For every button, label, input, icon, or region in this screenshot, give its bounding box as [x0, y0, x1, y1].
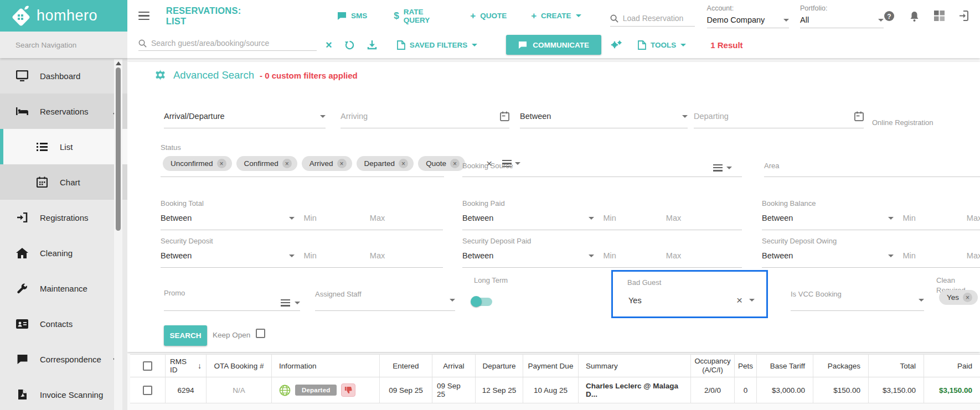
sidebar-search[interactable]: Search Navigation	[0, 32, 127, 58]
status-chip[interactable]: Departed×	[357, 156, 414, 171]
min-input[interactable]: Min	[303, 214, 316, 222]
column-information[interactable]: Information	[271, 355, 379, 377]
apps-grid-icon[interactable]	[934, 11, 945, 21]
settings-gears-icon[interactable]	[610, 39, 622, 50]
create-button[interactable]: + CREATE	[531, 11, 581, 22]
sidebar-item-maintenance[interactable]: Maintenance	[0, 271, 127, 306]
notifications-bell-icon[interactable]	[909, 11, 920, 22]
min-input[interactable]: Min	[603, 251, 616, 260]
status-chip[interactable]: Unconfirmed×	[163, 156, 232, 171]
max-input[interactable]: Max	[967, 214, 980, 222]
sidebar-item-contacts[interactable]: Contacts	[0, 306, 127, 341]
chip-remove-icon[interactable]: ×	[399, 159, 408, 168]
column-paid[interactable]: Paid	[924, 355, 980, 377]
calendar-icon[interactable]	[500, 111, 509, 121]
sidebar-item-cleaning[interactable]: Cleaning	[0, 235, 127, 271]
column-base-tariff[interactable]: Base Tariff	[756, 355, 813, 377]
min-input[interactable]: Min	[603, 214, 616, 222]
chip-remove-icon[interactable]: ×	[337, 159, 347, 168]
account-select[interactable]: Account: Demo Company	[707, 4, 789, 28]
security-deposit-owing-range[interactable]: Between Min Max	[762, 248, 980, 268]
load-reservation-input[interactable]: Load Reservation	[610, 14, 695, 27]
column-summary[interactable]: Summary	[578, 355, 690, 377]
bad-guest-select[interactable]: Yes ×	[628, 295, 755, 305]
booking-paid-range[interactable]: Between Min Max	[462, 210, 742, 230]
cell-summary[interactable]: Charles Leclerc @ Malaga D...	[578, 377, 690, 403]
sidebar-item-registrations[interactable]: Registrations	[0, 200, 127, 235]
chevron-down-icon[interactable]	[515, 162, 520, 165]
max-input[interactable]: Max	[370, 214, 385, 222]
min-input[interactable]: Min	[902, 251, 915, 260]
brand-logo[interactable]: homhero	[0, 0, 127, 32]
chip-remove-icon[interactable]: ×	[217, 159, 226, 168]
sidebar-scrollbar[interactable]	[114, 59, 122, 410]
is-vcc-booking-select[interactable]	[791, 297, 924, 311]
sidebar-item-dashboard[interactable]: Dashboard	[0, 58, 127, 94]
status-chip[interactable]: Quote×	[418, 156, 465, 171]
column-ota-booking[interactable]: OTA Booking #	[206, 355, 271, 377]
sidebar-item-list[interactable]: List	[0, 129, 127, 164]
sidebar-item-correspondence[interactable]: Correspondence	[0, 341, 127, 377]
column-occupancy[interactable]: Occupancy(A/C/I)	[690, 355, 734, 377]
row-checkbox[interactable]	[143, 386, 152, 395]
sidebar-item-reservations[interactable]: Reservations	[0, 94, 127, 129]
status-chip[interactable]: Arrived×	[302, 156, 352, 171]
departing-date-input[interactable]: Departing	[694, 105, 864, 128]
min-input[interactable]: Min	[303, 251, 316, 260]
chip-remove-icon[interactable]: ×	[450, 159, 460, 168]
keep-open-checkbox[interactable]	[256, 329, 265, 338]
bad-guest-clear-icon[interactable]: ×	[736, 295, 742, 305]
security-deposit-range[interactable]: Between Min Max	[161, 248, 443, 268]
max-input[interactable]: Max	[967, 251, 980, 260]
chip-remove-icon[interactable]: ×	[282, 159, 292, 168]
refresh-icon[interactable]	[344, 40, 355, 50]
logout-icon[interactable]	[959, 11, 970, 21]
min-input[interactable]: Min	[902, 214, 915, 222]
calendar-icon[interactable]	[854, 111, 864, 121]
sms-button[interactable]: SMS	[337, 12, 367, 20]
column-rms-id[interactable]: RMS ID↓	[165, 355, 206, 377]
security-deposit-paid-range[interactable]: Between Min Max	[462, 248, 742, 268]
promo-field[interactable]	[164, 297, 300, 311]
arrival-between-select[interactable]: Between	[520, 105, 688, 128]
column-packages[interactable]: Packages	[813, 355, 868, 377]
tools-button[interactable]: TOOLS	[638, 40, 686, 50]
status-chip[interactable]: Confirmed×	[236, 156, 297, 171]
arriving-date-input[interactable]: Arriving	[341, 105, 509, 128]
booking-source-menu[interactable]	[713, 163, 732, 173]
long-term-toggle[interactable]	[471, 298, 492, 306]
select-all-checkbox[interactable]	[143, 361, 152, 371]
sidebar-item-invoice-scanning[interactable]: Invoice Scanning	[0, 377, 127, 410]
chip-remove-icon[interactable]: ×	[963, 293, 972, 302]
scrollbar-thumb[interactable]	[116, 68, 121, 231]
menu-hamburger-icon[interactable]	[138, 9, 149, 23]
quote-button[interactable]: + QUOTE	[470, 11, 507, 22]
column-payment-due[interactable]: Payment Due	[523, 355, 578, 377]
communicate-button[interactable]: COMMUNICATE	[506, 35, 601, 55]
assigned-staff-select[interactable]	[315, 297, 455, 311]
max-input[interactable]: Max	[666, 251, 681, 260]
download-icon[interactable]	[367, 40, 377, 50]
table-row[interactable]: 6294 N/A Departed 09 Sep 25 09 Sep 25 12…	[130, 377, 980, 403]
clean-required-chip[interactable]: Yes×	[939, 290, 978, 305]
reservation-search-input[interactable]: Search guest/area/booking/source	[138, 39, 317, 51]
search-button[interactable]: SEARCH	[164, 325, 207, 346]
max-input[interactable]: Max	[666, 214, 681, 222]
max-input[interactable]: Max	[370, 251, 385, 260]
rate-query-button[interactable]: $ RATE QUERY	[394, 8, 446, 24]
column-total[interactable]: Total	[868, 355, 924, 377]
saved-filters-button[interactable]: SAVED FILTERS	[397, 40, 478, 50]
help-icon[interactable]: ?	[884, 11, 895, 22]
booking-balance-range[interactable]: Between Min Max	[762, 210, 980, 230]
clear-search-icon[interactable]: ×	[326, 39, 332, 51]
portfolio-select[interactable]: Portfolio: All	[800, 4, 884, 28]
column-departure[interactable]: Departure	[475, 355, 523, 377]
column-arrival[interactable]: Arrival	[432, 355, 475, 377]
scroll-up-arrow-icon[interactable]	[116, 61, 121, 65]
booking-total-range[interactable]: Between Min Max	[161, 210, 443, 230]
column-entered[interactable]: Entered	[379, 355, 432, 377]
column-pets[interactable]: Pets	[734, 355, 756, 377]
online-registration-field[interactable]: Online Registration	[872, 117, 933, 127]
sidebar-item-chart[interactable]: Chart	[0, 164, 127, 200]
arrival-departure-select[interactable]: Arrival/Departure	[164, 105, 326, 128]
